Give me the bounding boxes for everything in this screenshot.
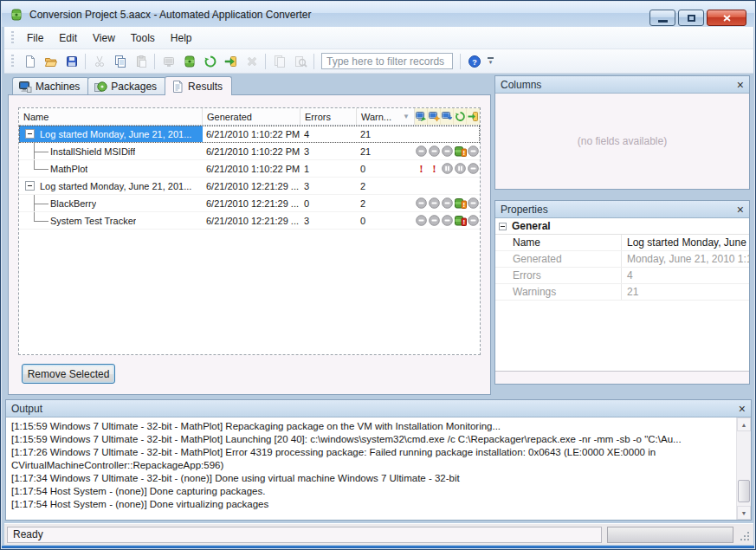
tab-packages[interactable]: Packages bbox=[87, 77, 166, 94]
close-panel-icon[interactable] bbox=[739, 403, 746, 415]
menu-view[interactable]: View bbox=[85, 29, 123, 48]
column-header-generated[interactable]: Generated bbox=[203, 108, 300, 125]
minimize-button[interactable] bbox=[649, 10, 675, 26]
filter-records-input[interactable] bbox=[321, 53, 453, 69]
open-project-button[interactable] bbox=[41, 52, 61, 71]
filter-dropdown-icon[interactable]: ▼ bbox=[403, 113, 410, 120]
column-header-convert[interactable] bbox=[467, 108, 480, 125]
column-header-errors[interactable]: Errors bbox=[300, 108, 357, 125]
grid-header: NameGeneratedErrorsWarn...▼ bbox=[19, 108, 480, 126]
column-header-label: Name bbox=[23, 112, 48, 122]
maximize-button[interactable] bbox=[678, 10, 704, 26]
convert-column-icon bbox=[468, 111, 479, 122]
column-header-vm-install[interactable] bbox=[441, 108, 454, 125]
table-row[interactable]: BlackBerry6/21/2010 12:21:29 ...02! bbox=[19, 195, 480, 212]
copy-button[interactable] bbox=[110, 52, 130, 71]
tab-results[interactable]: Results bbox=[165, 76, 232, 95]
output-line: [1:15:59 Windows 7 Ultimate - 32-bit - M… bbox=[11, 420, 732, 433]
row-name: Log started Monday, June 21, 201... bbox=[40, 181, 191, 191]
remove-selected-button[interactable]: Remove Selected bbox=[22, 364, 115, 384]
close-panel-icon[interactable] bbox=[737, 204, 744, 216]
column-header-vm-power[interactable] bbox=[415, 108, 428, 125]
app-window: Conversion Project 5.aacx - Automated Ap… bbox=[0, 0, 756, 550]
package-warning-orange-status-icon: ! bbox=[455, 146, 467, 157]
run-conversion-icon bbox=[224, 55, 238, 68]
preview-button[interactable] bbox=[290, 52, 310, 71]
property-category-row[interactable]: General bbox=[495, 218, 749, 235]
properties-panel-title: Properties bbox=[501, 204, 548, 216]
column-header-warn[interactable]: Warn...▼ bbox=[357, 108, 415, 125]
close-panel-icon[interactable] bbox=[737, 79, 744, 91]
toolbar-separator bbox=[265, 54, 266, 69]
add-machine-button[interactable] bbox=[158, 52, 178, 71]
tab-control: MachinesPackagesResults NameGeneratedErr… bbox=[8, 75, 491, 395]
scroll-up-icon[interactable]: ▲ bbox=[737, 417, 751, 431]
column-header-repackage[interactable] bbox=[454, 108, 467, 125]
cell-warnings: 21 bbox=[357, 126, 415, 142]
scroll-down-icon[interactable]: ▼ bbox=[737, 506, 751, 520]
minus-status-icon bbox=[429, 197, 440, 209]
menu-help[interactable]: Help bbox=[163, 29, 200, 48]
table-row[interactable]: Log started Monday, June 21, 201...6/21/… bbox=[19, 178, 480, 195]
table-row[interactable]: InstallShield MSIDiff6/21/2010 1:10:22 P… bbox=[19, 143, 480, 160]
collapse-icon[interactable] bbox=[25, 129, 35, 139]
scrollbar-thumb[interactable] bbox=[738, 480, 750, 502]
property-row-generated[interactable]: GeneratedMonday, June 21, 2010 1:10 bbox=[495, 251, 749, 268]
package-warning-orange-status-icon: ! bbox=[455, 197, 467, 209]
cell-generated: 6/21/2010 12:21:29 ... bbox=[203, 212, 300, 229]
paste-icon bbox=[134, 55, 148, 68]
property-row-errors[interactable]: Errors4 bbox=[495, 268, 749, 284]
run-conversion-button[interactable] bbox=[221, 52, 241, 71]
tab-label: Machines bbox=[36, 81, 80, 93]
name-cell: Log started Monday, June 21, 201... bbox=[19, 126, 203, 142]
cell-warnings: 2 bbox=[357, 178, 415, 194]
add-package-button[interactable] bbox=[179, 52, 199, 71]
property-row-warnings[interactable]: Warnings21 bbox=[495, 284, 749, 301]
tab-machines[interactable]: Machines bbox=[12, 77, 89, 94]
resize-grip[interactable] bbox=[739, 527, 751, 543]
report-icon bbox=[273, 55, 287, 68]
menu-tools[interactable]: Tools bbox=[123, 29, 163, 48]
column-header-name[interactable]: Name bbox=[19, 108, 203, 125]
collapse-icon[interactable] bbox=[25, 181, 35, 191]
package-warning-red-status-icon: ! bbox=[455, 215, 467, 226]
close-icon bbox=[723, 15, 731, 22]
collapse-icon[interactable] bbox=[499, 223, 507, 230]
status-cell bbox=[428, 126, 441, 142]
status-cell bbox=[454, 160, 467, 177]
svg-text:?: ? bbox=[472, 57, 477, 66]
menu-edit[interactable]: Edit bbox=[51, 29, 85, 48]
save-project-button[interactable] bbox=[61, 52, 81, 71]
vm-power-column-icon bbox=[416, 111, 427, 122]
menu-bar: FileEditViewToolsHelp bbox=[4, 27, 753, 49]
results-tab-page: NameGeneratedErrorsWarn...▼ Log started … bbox=[8, 94, 491, 395]
name-cell: System Test Tracker bbox=[19, 212, 203, 229]
cell-errors: 1 bbox=[300, 160, 357, 177]
report-button[interactable] bbox=[269, 52, 289, 71]
property-row-name[interactable]: NameLog started Monday, June bbox=[495, 235, 749, 251]
close-button[interactable] bbox=[707, 10, 746, 26]
minus-status-icon bbox=[442, 146, 453, 157]
column-header-vm-capture[interactable] bbox=[428, 108, 441, 125]
toolbar-overflow-button[interactable]: ▾ bbox=[485, 52, 496, 71]
cut-button[interactable] bbox=[89, 52, 109, 71]
help-button[interactable]: ? bbox=[464, 52, 484, 71]
refresh-button[interactable] bbox=[200, 52, 220, 71]
cell-errors: 3 bbox=[300, 178, 357, 194]
stop-button[interactable] bbox=[242, 52, 262, 71]
table-row[interactable]: System Test Tracker6/21/2010 12:21:29 ..… bbox=[19, 212, 480, 230]
status-text-box: Ready bbox=[7, 527, 602, 543]
table-row[interactable]: MathPlot6/21/2010 1:10:22 PM10!! bbox=[19, 160, 480, 178]
property-description-area bbox=[495, 371, 749, 384]
row-name: MathPlot bbox=[50, 164, 87, 174]
packages-tab-icon bbox=[94, 80, 107, 94]
status-cell bbox=[428, 212, 441, 229]
status-bar: Ready bbox=[4, 523, 753, 545]
menu-file[interactable]: File bbox=[19, 29, 51, 48]
new-document-button[interactable] bbox=[20, 52, 40, 71]
paste-button[interactable] bbox=[131, 52, 151, 71]
output-panel: Output [1:15:59 Windows 7 Ultimate - 32-… bbox=[5, 399, 752, 521]
table-row[interactable]: Log started Monday, June 21, 201...6/21/… bbox=[19, 126, 480, 143]
output-scrollbar[interactable]: ▲ ▼ bbox=[736, 417, 751, 520]
name-cell: InstallShield MSIDiff bbox=[19, 143, 203, 159]
